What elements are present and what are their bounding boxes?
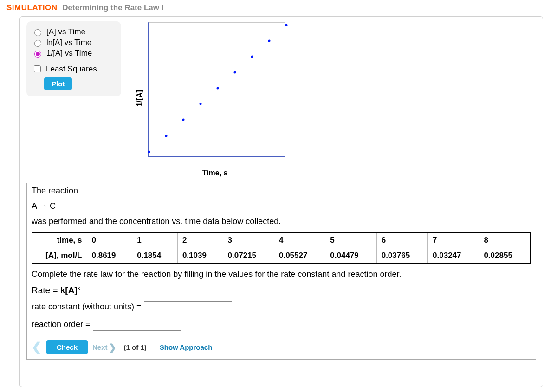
rate-exponent: x (78, 285, 80, 291)
radio-label-lna: ln[A] vs Time (46, 38, 91, 47)
table-cell: 0.8619 (87, 248, 132, 264)
reaction-equation: A → C (27, 199, 536, 214)
plot-area (148, 22, 285, 157)
reaction-order-label: reaction order = (32, 320, 93, 329)
table-cell: 0.05527 (274, 248, 325, 264)
data-point (217, 87, 219, 90)
data-table: time, s 012345678 [A], mol/L 0.86190.185… (32, 232, 531, 264)
prev-chevron-icon[interactable]: ❮ (32, 340, 42, 354)
row-label-time: time, s (32, 232, 87, 248)
x-axis-label: Time, s (131, 169, 298, 177)
reaction-order-input[interactable] (93, 319, 181, 331)
table-cell: 0.1854 (132, 248, 178, 264)
table-cell: 8 (479, 232, 531, 248)
radio-input-inva[interactable] (34, 51, 41, 58)
table-cell: 3 (223, 232, 274, 248)
next-label: Next (92, 343, 108, 351)
table-cell: 2 (177, 232, 223, 248)
rate-constant-row: rate constant (without units) = (27, 298, 536, 316)
plot-button[interactable]: Plot (44, 77, 72, 90)
table-cell: 0.02855 (479, 248, 531, 264)
table-cell: 0.07215 (223, 248, 274, 264)
table-cell: 7 (428, 232, 479, 248)
page-counter: (1 of 1) (124, 343, 147, 351)
chart: 1/[A] Time, s (131, 19, 298, 177)
y-axis-label: 1/[A] (136, 90, 144, 107)
simulation-badge: SIMULATION (6, 3, 58, 12)
radio-lna-vs-time[interactable]: ln[A] vs Time (32, 38, 116, 47)
data-point (268, 39, 271, 42)
data-point (234, 71, 236, 74)
radio-a-vs-time[interactable]: [A] vs Time (32, 27, 116, 37)
checkbox-input-least-squares[interactable] (34, 65, 41, 72)
radio-input-lna[interactable] (34, 40, 41, 47)
rate-prefix: Rate = (32, 285, 60, 295)
radio-label-a: [A] vs Time (46, 27, 85, 37)
next-chevron-icon: ❯ (109, 342, 117, 353)
controls-divider (26, 61, 121, 61)
page-title: Determining the Rate Law I (62, 3, 163, 12)
next-button[interactable]: Next ❯ (92, 342, 117, 353)
data-point (165, 135, 168, 137)
table-cell: 0.03765 (376, 248, 427, 264)
question-line1: The reaction (27, 183, 536, 199)
rate-constant-label: rate constant (without units) = (32, 302, 144, 311)
checkbox-least-squares[interactable]: Least Squares (32, 64, 116, 74)
radio-inva-vs-time[interactable]: 1/[A] vs Time (32, 49, 116, 58)
row-label-conc: [A], mol/L (32, 248, 87, 264)
table-cell: 0.03247 (428, 248, 479, 264)
table-cell: 0 (87, 232, 132, 248)
instruction-text: Complete the rate law for the reaction b… (27, 267, 536, 282)
data-point (182, 119, 185, 121)
table-row: [A], mol/L 0.86190.18540.10390.072150.05… (32, 248, 531, 264)
radio-label-inva: 1/[A] vs Time (46, 49, 92, 58)
table-cell: 1 (132, 232, 178, 248)
table-row: time, s 012345678 (32, 232, 531, 248)
content-card: [A] vs Time ln[A] vs Time 1/[A] vs Time … (19, 16, 543, 387)
radio-input-a[interactable] (34, 29, 41, 36)
footer-controls: ❮ Check Next ❯ (1 of 1) Show Approach (32, 340, 531, 354)
data-point (200, 103, 202, 105)
table-cell: 6 (376, 232, 427, 248)
data-point (148, 150, 150, 153)
page-header: SIMULATION Determining the Rate Law I (0, 0, 557, 14)
plot-controls: [A] vs Time ln[A] vs Time 1/[A] vs Time … (26, 21, 121, 96)
checkbox-label-least-squares: Least Squares (46, 64, 97, 74)
question-body: The reaction A → C was performed and the… (26, 183, 536, 360)
check-button[interactable]: Check (46, 340, 88, 354)
table-cell: 0.1039 (177, 248, 223, 264)
data-point (285, 24, 288, 26)
rate-law: Rate = k[A]x (27, 282, 536, 298)
rate-constant-input[interactable] (144, 301, 232, 313)
data-point (251, 56, 253, 58)
show-approach-link[interactable]: Show Approach (160, 343, 213, 351)
table-cell: 0.04479 (325, 248, 376, 264)
table-cell: 5 (325, 232, 376, 248)
question-line2: was performed and the concentration vs. … (27, 214, 536, 229)
rate-bold: k[A] (60, 285, 78, 295)
reaction-order-row: reaction order = (27, 316, 536, 334)
table-cell: 4 (274, 232, 325, 248)
